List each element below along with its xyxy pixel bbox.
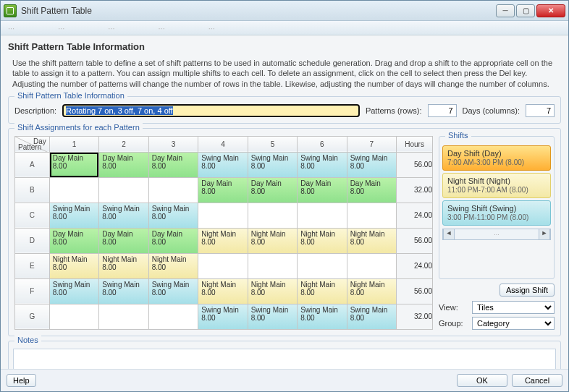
grid-cell[interactable] bbox=[49, 177, 98, 203]
description-input[interactable] bbox=[62, 104, 360, 117]
patterns-input[interactable] bbox=[428, 104, 457, 117]
day-header-6[interactable]: 6 bbox=[298, 136, 347, 152]
pattern-label-D[interactable]: D bbox=[15, 228, 50, 253]
table-row: GSwing Main8.00Swing Main8.00Swing Main8… bbox=[15, 304, 433, 329]
assign-shift-button[interactable]: Assign Shift bbox=[500, 284, 555, 297]
ok-button[interactable]: OK bbox=[457, 374, 507, 387]
table-row: BDay Main8.00Day Main8.00Day Main8.00Day… bbox=[15, 177, 433, 203]
grid-cell[interactable]: Swing Main8.00 bbox=[347, 304, 396, 329]
group-label: Group: bbox=[439, 319, 468, 328]
grid-cell[interactable]: Day Main8.00 bbox=[99, 228, 148, 253]
grid-cell[interactable]: Night Main8.00 bbox=[248, 228, 297, 253]
grid-cell[interactable]: Night Main8.00 bbox=[148, 253, 198, 278]
minimize-button[interactable]: ─ bbox=[496, 4, 515, 17]
grid-cell[interactable]: Day Main8.00 bbox=[298, 177, 347, 203]
day-header-4[interactable]: 4 bbox=[198, 136, 248, 152]
table-row: FSwing Main8.00Swing Main8.00Swing Main8… bbox=[15, 278, 433, 304]
shift-item-swing[interactable]: Swing Shift (Swing)3:00 PM-11:00 PM (8.0… bbox=[442, 200, 551, 226]
grid-cell[interactable]: Night Main8.00 bbox=[99, 253, 148, 278]
day-header-7[interactable]: 7 bbox=[347, 136, 396, 152]
grid-cell[interactable]: Swing Main8.00 bbox=[99, 203, 148, 228]
grid-cell[interactable] bbox=[347, 253, 396, 278]
grid-cell[interactable]: Swing Main8.00 bbox=[298, 304, 347, 329]
grid-cell[interactable]: Swing Main8.00 bbox=[248, 152, 297, 177]
hours-cell: 56.00 bbox=[397, 278, 433, 304]
days-input[interactable] bbox=[526, 104, 555, 117]
menu-strip: ··············· bbox=[1, 21, 568, 35]
app-icon bbox=[4, 4, 17, 17]
grid-cell[interactable]: Night Main8.00 bbox=[298, 228, 347, 253]
pattern-label-F[interactable]: F bbox=[15, 278, 50, 304]
grid-cell[interactable]: Night Main8.00 bbox=[347, 228, 396, 253]
shift-list-scrollbar[interactable]: ◄ ··· ► bbox=[442, 229, 551, 240]
grid-cell[interactable]: Night Main8.00 bbox=[347, 278, 396, 304]
grid-cell[interactable]: Swing Main8.00 bbox=[49, 203, 98, 228]
pattern-label-E[interactable]: E bbox=[15, 253, 50, 278]
day-header-2[interactable]: 2 bbox=[99, 136, 148, 152]
grid-cell[interactable]: Day Main8.00 bbox=[148, 152, 198, 177]
grid-cell[interactable] bbox=[248, 203, 297, 228]
days-label: Days (columns): bbox=[463, 106, 520, 115]
grid-cell[interactable]: Swing Main8.00 bbox=[148, 203, 198, 228]
pattern-label-A[interactable]: A bbox=[15, 152, 50, 177]
pattern-label-B[interactable]: B bbox=[15, 177, 50, 203]
description-label: Description: bbox=[14, 106, 56, 115]
day-header-3[interactable]: 3 bbox=[148, 136, 198, 152]
titlebar[interactable]: Shift Pattern Table ─ ▢ ✕ bbox=[1, 1, 568, 21]
pattern-label-C[interactable]: C bbox=[15, 203, 50, 228]
grid-cell[interactable] bbox=[148, 304, 198, 329]
cancel-button[interactable]: Cancel bbox=[512, 374, 562, 387]
grid-cell[interactable]: Day Main8.00 bbox=[347, 177, 396, 203]
close-button[interactable]: ✕ bbox=[536, 4, 565, 17]
pattern-label-G[interactable]: G bbox=[15, 304, 50, 329]
group-shifts-legend: Shifts bbox=[445, 131, 471, 140]
grid-cell[interactable] bbox=[347, 203, 396, 228]
shift-list: Day Shift (Day)7:00 AM-3:00 PM (8.00)Nig… bbox=[442, 145, 551, 226]
grid-cell[interactable] bbox=[99, 304, 148, 329]
grid-cell[interactable]: Day Main8.00 bbox=[148, 228, 198, 253]
grid-cell[interactable]: Night Main8.00 bbox=[198, 228, 248, 253]
grid-cell[interactable] bbox=[49, 304, 98, 329]
grid-cell[interactable]: Day Main8.00 bbox=[99, 152, 148, 177]
grid-cell[interactable]: Night Main8.00 bbox=[198, 278, 248, 304]
grid-cell[interactable]: Night Main8.00 bbox=[248, 278, 297, 304]
grid-cell[interactable]: Swing Main8.00 bbox=[198, 152, 248, 177]
shift-pattern-window: Shift Pattern Table ─ ▢ ✕ ··············… bbox=[0, 0, 569, 392]
group-select[interactable]: Category bbox=[472, 317, 555, 330]
view-select[interactable]: Tiles bbox=[472, 301, 555, 314]
scroll-right-icon[interactable]: ► bbox=[539, 229, 550, 239]
grid-cell[interactable]: Swing Main8.00 bbox=[298, 152, 347, 177]
shift-item-night[interactable]: Night Shift (Night)11:00 PM-7:00 AM (8.0… bbox=[442, 173, 551, 198]
grid-cell[interactable]: Swing Main8.00 bbox=[198, 304, 248, 329]
shift-item-day[interactable]: Day Shift (Day)7:00 AM-3:00 PM (8.00) bbox=[442, 145, 551, 171]
grid-cell[interactable]: Swing Main8.00 bbox=[248, 304, 297, 329]
grid-cell[interactable] bbox=[148, 177, 198, 203]
day-header-1[interactable]: 1 bbox=[49, 136, 98, 152]
maximize-button[interactable]: ▢ bbox=[516, 4, 535, 17]
grid-cell[interactable] bbox=[298, 203, 347, 228]
grid-cell[interactable]: Day Main8.00 bbox=[248, 177, 297, 203]
grid-cell[interactable] bbox=[298, 253, 347, 278]
assignment-grid[interactable]: DayPattern1234567Hours ADay Main8.00Day … bbox=[14, 136, 433, 330]
help-button[interactable]: Help bbox=[7, 374, 36, 387]
grid-cell[interactable] bbox=[198, 203, 248, 228]
scroll-track[interactable]: ··· bbox=[455, 231, 539, 238]
grid-cell[interactable]: Day Main8.00 bbox=[49, 228, 98, 253]
grid-cell[interactable]: Day Main8.00 bbox=[198, 177, 248, 203]
grid-cell[interactable]: Swing Main8.00 bbox=[148, 278, 198, 304]
grid-cell[interactable]: Swing Main8.00 bbox=[347, 152, 396, 177]
grid-cell[interactable]: Swing Main8.00 bbox=[49, 278, 98, 304]
hours-cell: 56.00 bbox=[397, 152, 433, 177]
scroll-left-icon[interactable]: ◄ bbox=[443, 229, 455, 239]
grid-cell[interactable]: Swing Main8.00 bbox=[99, 278, 148, 304]
grid-cell[interactable]: Night Main8.00 bbox=[49, 253, 98, 278]
day-header-5[interactable]: 5 bbox=[248, 136, 297, 152]
grid-cell[interactable]: Day Main8.00 bbox=[49, 152, 98, 177]
grid-cell[interactable] bbox=[99, 177, 148, 203]
notes-textarea[interactable] bbox=[13, 349, 556, 369]
hours-cell: 32.00 bbox=[397, 304, 433, 329]
grid-cell[interactable] bbox=[198, 253, 248, 278]
grid-cell[interactable] bbox=[248, 253, 297, 278]
grid-cell[interactable]: Night Main8.00 bbox=[298, 278, 347, 304]
table-row: ADay Main8.00Day Main8.00Day Main8.00Swi… bbox=[15, 152, 433, 177]
